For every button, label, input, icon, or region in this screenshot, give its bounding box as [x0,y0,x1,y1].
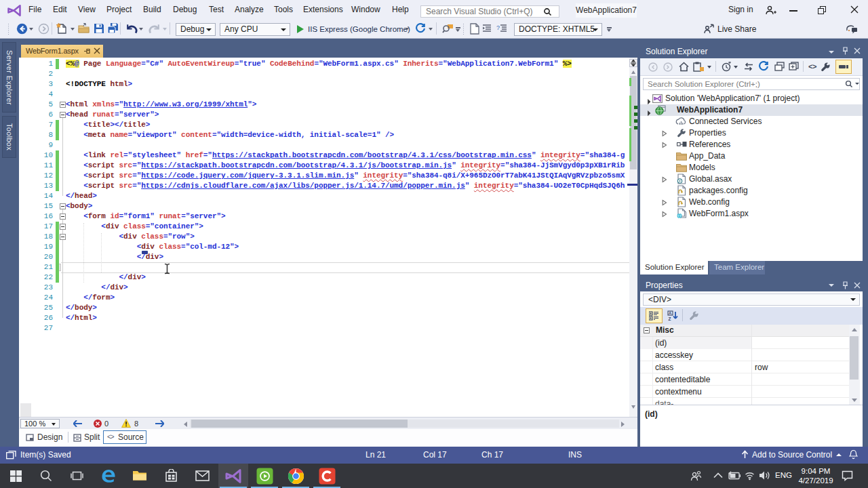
svg-text:Z: Z [669,317,671,321]
svg-text:A: A [669,311,672,315]
svg-text:?: ? [496,24,500,31]
